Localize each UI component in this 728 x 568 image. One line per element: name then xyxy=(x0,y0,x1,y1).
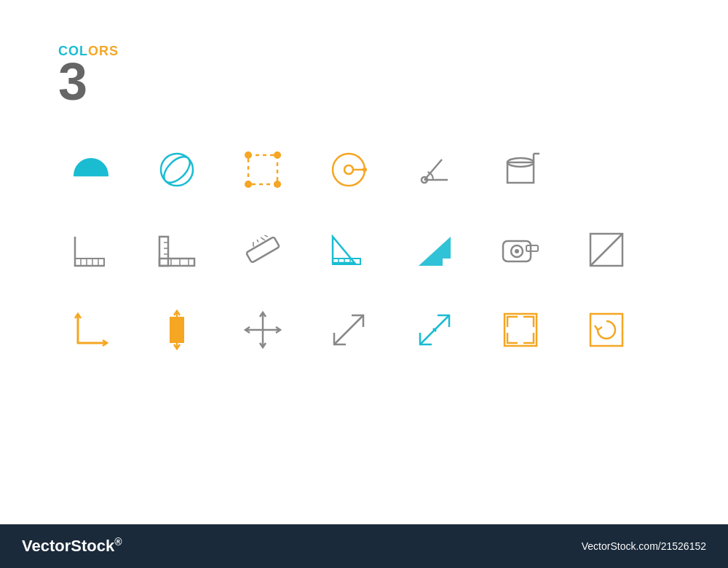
reset-box-icon xyxy=(574,297,639,363)
scale-in-icon xyxy=(402,297,467,363)
measure-ruler-l-icon xyxy=(144,217,210,283)
measure-corner-icon xyxy=(58,217,124,283)
scale-out-icon xyxy=(316,297,381,363)
icons-grid xyxy=(58,137,639,363)
height-width-icon xyxy=(144,297,210,363)
svg-line-33 xyxy=(251,242,256,247)
header: COLORS 3 xyxy=(58,44,119,108)
record-circle-icon xyxy=(316,137,381,202)
svg-point-4 xyxy=(245,151,252,159)
ors-text: ORS xyxy=(88,44,119,58)
icons-row-2 xyxy=(58,217,639,283)
svg-line-36 xyxy=(264,234,268,238)
svg-point-7 xyxy=(274,181,281,188)
svg-rect-47 xyxy=(526,245,538,251)
svg-point-5 xyxy=(274,151,281,159)
dimension-arrow-icon xyxy=(58,297,124,363)
selection-nodes-icon xyxy=(230,137,296,202)
icons-row-3 xyxy=(58,297,639,363)
move-cross-icon xyxy=(230,297,296,363)
svg-point-11 xyxy=(363,167,367,172)
ruler-diagonal-icon xyxy=(230,217,296,283)
svg-rect-61 xyxy=(590,314,622,346)
svg-line-35 xyxy=(261,237,265,242)
svg-point-46 xyxy=(515,249,519,253)
expand-box-icon xyxy=(488,297,553,363)
svg-line-49 xyxy=(590,234,622,266)
tape-measure-icon xyxy=(488,217,553,283)
svg-rect-32 xyxy=(246,237,280,263)
icons-row-1 xyxy=(58,137,639,202)
svg-rect-25 xyxy=(159,259,194,266)
svg-line-34 xyxy=(257,240,258,242)
svg-rect-3 xyxy=(248,155,277,184)
sphere-icon xyxy=(144,137,210,202)
svg-line-57 xyxy=(334,315,363,344)
main-content: COLORS 3 xyxy=(0,0,728,524)
set-square-ruler-icon xyxy=(316,217,381,283)
brand-name: VectorStock® xyxy=(22,536,122,556)
svg-rect-19 xyxy=(75,259,104,266)
svg-rect-24 xyxy=(159,237,168,266)
svg-point-6 xyxy=(245,181,252,188)
svg-point-2 xyxy=(159,152,194,187)
number-3: 3 xyxy=(58,55,119,108)
triangle-icon xyxy=(402,217,467,283)
svg-rect-43 xyxy=(443,259,451,266)
svg-rect-60 xyxy=(505,314,537,346)
angle-tool-icon xyxy=(402,137,467,202)
cylinder-icon xyxy=(488,137,553,202)
footer: VectorStock® VectorStock.com/21526152 xyxy=(0,524,728,568)
footer-url: VectorStock.com/21526152 xyxy=(582,540,706,552)
diagonal-box-icon xyxy=(574,217,639,283)
protractor-icon xyxy=(58,137,124,202)
svg-point-9 xyxy=(344,165,353,174)
svg-rect-52 xyxy=(170,317,184,343)
